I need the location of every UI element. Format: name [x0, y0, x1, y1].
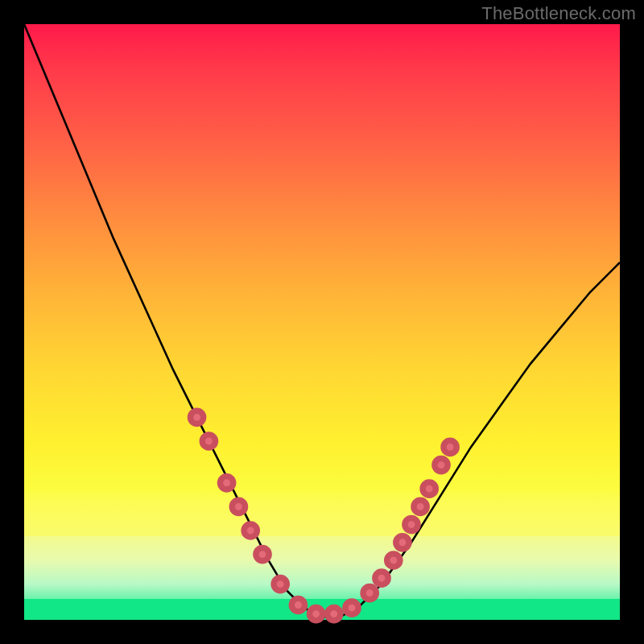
curve-marker [435, 458, 448, 471]
bottleneck-curve-path [24, 24, 620, 617]
bottleneck-chart [24, 24, 620, 620]
curve-marker [423, 482, 436, 495]
curve-marker [232, 500, 245, 513]
watermark-text: TheBottleneck.com [481, 3, 636, 24]
curve-marker [244, 524, 257, 537]
curve-marker [190, 411, 203, 423]
curve-marker [274, 577, 287, 590]
curve-marker [405, 518, 418, 530]
curve-marker [375, 572, 388, 584]
curve-marker [414, 500, 427, 513]
chart-frame [24, 24, 620, 620]
curve-marker [291, 598, 304, 611]
curve-marker [363, 587, 376, 600]
curve-marker [309, 607, 322, 620]
curve-marker [387, 554, 400, 567]
curve-marker [444, 440, 456, 453]
curve-marker [202, 435, 215, 448]
curve-markers [190, 411, 456, 620]
curve-marker [220, 477, 233, 489]
curve-marker [256, 547, 269, 560]
curve-marker [396, 536, 409, 549]
curve-marker [345, 601, 358, 614]
curve-marker [328, 607, 341, 620]
